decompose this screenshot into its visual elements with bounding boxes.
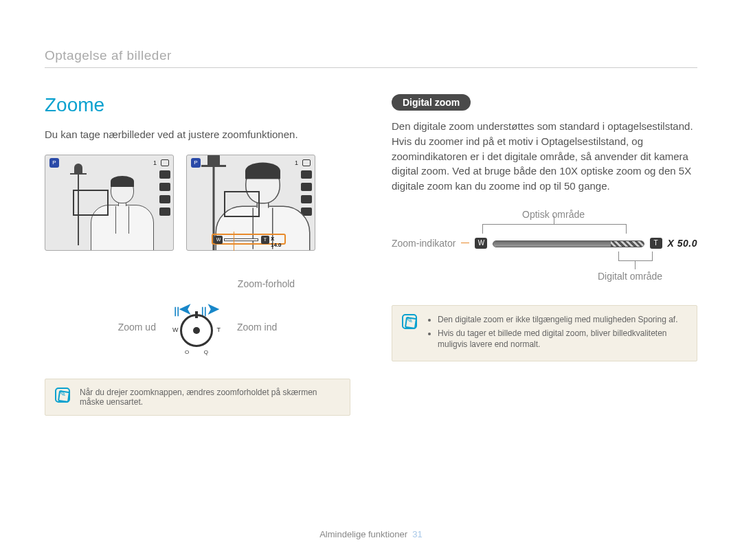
dial-w-label: W — [172, 326, 179, 333]
camera-screen-wide: P 1 — [45, 155, 174, 251]
dial-o-label: O — [185, 349, 189, 355]
digital-zoom-body: Den digitale zoom understøttes som stand… — [392, 119, 697, 194]
section-title-zoom: Zoome — [45, 94, 350, 116]
digital-range-label: Digitalt område — [598, 271, 662, 282]
breadcrumb: Optagelse af billeder — [45, 48, 697, 63]
zoom-w-icon: W — [214, 236, 223, 244]
page-number: 31 — [412, 529, 422, 539]
note-box-left: Når du drejer zoomknappen, ændres zoomfo… — [45, 379, 350, 416]
zoom-ratio-label: Zoom-forhold — [182, 278, 350, 289]
digital-bracket — [618, 251, 653, 261]
optical-bracket — [482, 224, 627, 234]
dial-q-label: Q — [204, 349, 208, 355]
note-icon — [55, 388, 70, 403]
note-item: Hvis du tager et billede med digital zoo… — [438, 328, 687, 350]
digital-fill — [611, 241, 644, 247]
page-footer: Almindelige funktioner 31 — [0, 529, 742, 539]
intro-text: Du kan tage nærbilleder ved at justere z… — [45, 127, 350, 142]
right-column: Digital zoom Den digitale zoom understøt… — [392, 94, 697, 416]
zoom-value-max: X 50.0 — [668, 238, 697, 249]
zoom-control-row: Zoom ud ➤ǀǀ ǀǀ➤ W T O Q Zoom ind — [45, 303, 350, 351]
zoom-in-label: Zoom ind — [237, 322, 277, 333]
zoom-indicator-label: Zoom-indikator — [392, 238, 456, 249]
dial-t-label: T — [216, 326, 221, 333]
note-item: Den digitale zoom er ikke tilgængelig me… — [438, 314, 687, 325]
zoom-out-label: Zoom ud — [118, 322, 156, 333]
note-list: Den digitale zoom er ikke tilgængelig me… — [427, 314, 687, 353]
callout-line — [234, 232, 258, 251]
battery-icon — [161, 159, 169, 166]
zoom-w-icon: W — [475, 238, 487, 249]
zoom-t-icon: T — [650, 238, 662, 249]
bracket-stem — [635, 261, 636, 269]
zoom-track — [493, 240, 644, 247]
zoom-dial-illustration: ➤ǀǀ ǀǀ➤ W T O Q — [172, 303, 221, 351]
footer-section: Almindelige funktioner — [319, 529, 407, 539]
shots-remaining: 1 — [153, 159, 157, 166]
header-rule — [45, 67, 697, 68]
bracket-stem — [554, 216, 554, 224]
note-icon — [402, 314, 417, 329]
optical-fill — [493, 241, 610, 247]
zoom-value: X 14.0 — [271, 236, 284, 248]
left-column: Zoome Du kan tage nærbilleder ved at jus… — [45, 94, 350, 416]
page-header: Optagelse af billeder — [45, 48, 697, 68]
zoom-t-icon: T — [261, 236, 269, 244]
note-box-right: Den digitale zoom er ikke tilgængelig me… — [392, 305, 697, 362]
digital-zoom-pill: Digital zoom — [392, 94, 471, 111]
note-text: Når du drejer zoomknappen, ændres zoomfo… — [80, 388, 340, 407]
focus-frame — [224, 191, 260, 217]
zoom-indicator-diagram: Optisk område Zoom-indikator W T X 50.0 … — [392, 209, 697, 298]
callout-connector — [461, 243, 469, 243]
focus-frame — [73, 190, 109, 216]
lcd-row: P 1 — [45, 155, 350, 251]
